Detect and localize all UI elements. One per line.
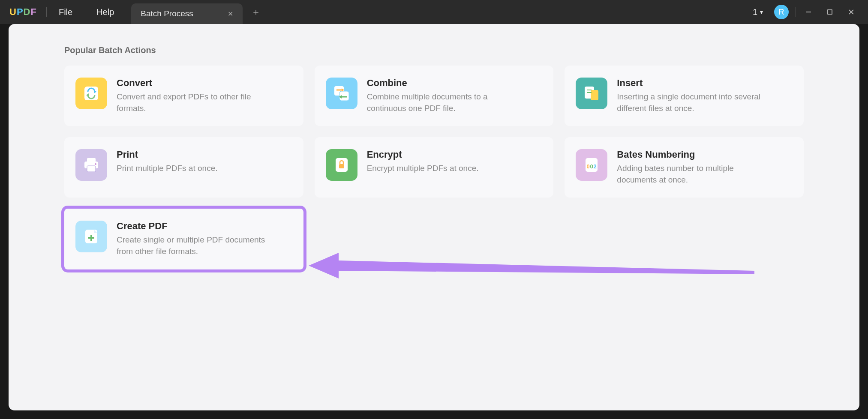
- action-card-create-pdf[interactable]: Create PDFCreate single or multiple PDF …: [64, 209, 303, 269]
- action-card-encrypt[interactable]: EncryptEncrypt multiple PDFs at once.: [315, 137, 554, 198]
- main-content: Popular Batch Actions ConvertConvert and…: [9, 24, 859, 410]
- card-title: Insert: [617, 78, 793, 89]
- menu-bar: File Help: [47, 7, 126, 17]
- avatar[interactable]: R: [774, 5, 789, 19]
- action-card-bates-numbering[interactable]: 002Bates NumberingAdding bates number to…: [565, 137, 804, 198]
- svg-text:0: 0: [590, 163, 593, 170]
- action-card-convert[interactable]: ConvertConvert and export PDFs to other …: [64, 66, 303, 126]
- card-title: Combine: [367, 78, 543, 89]
- bates-icon: 002: [576, 149, 607, 181]
- encrypt-icon: [326, 149, 357, 181]
- card-description: Encrypt multiple PDFs at once.: [367, 163, 526, 174]
- svg-text:2: 2: [594, 163, 597, 170]
- titlebar: UPDF File Help Batch Process ✕ ＋ 1 ▾ R: [0, 0, 868, 24]
- tab-title: Batch Process: [141, 9, 193, 18]
- svg-text:0: 0: [587, 163, 590, 170]
- card-title: Encrypt: [367, 149, 543, 160]
- insert-icon: [576, 78, 607, 109]
- tab-count-dropdown[interactable]: 1 ▾: [748, 7, 767, 17]
- card-description: Inserting a single document into several…: [617, 91, 775, 114]
- svg-rect-1: [828, 10, 832, 14]
- close-icon[interactable]: ✕: [228, 10, 233, 18]
- actions-grid: ConvertConvert and export PDFs to other …: [64, 66, 804, 269]
- add-tab-button[interactable]: ＋: [243, 6, 269, 18]
- card-description: Print multiple PDFs at once.: [117, 163, 275, 174]
- menu-help[interactable]: Help: [84, 7, 126, 17]
- svg-rect-22: [339, 164, 344, 168]
- convert-icon: [75, 78, 107, 109]
- tab-batch-process[interactable]: Batch Process ✕: [131, 3, 243, 24]
- svg-rect-19: [87, 166, 96, 172]
- card-title: Convert: [117, 78, 292, 89]
- action-card-print[interactable]: PrintPrint multiple PDFs at once.: [64, 137, 303, 198]
- divider: [796, 7, 796, 17]
- card-description: Create single or multiple PDF documents …: [117, 234, 275, 257]
- card-description: Combine multiple documents to a continuo…: [367, 91, 526, 114]
- card-title: Bates Numbering: [617, 149, 793, 160]
- action-card-insert[interactable]: InsertInserting a single document into s…: [565, 66, 804, 126]
- card-title: Print: [117, 149, 292, 160]
- menu-file[interactable]: File: [47, 7, 84, 17]
- card-description: Adding bates number to multiple document…: [617, 163, 775, 186]
- app-logo: UPDF: [0, 6, 46, 18]
- action-card-combine[interactable]: CombineCombine multiple documents to a c…: [315, 66, 554, 126]
- print-icon: [75, 149, 107, 181]
- tab-count-label: 1: [753, 7, 757, 17]
- create-pdf-icon: [75, 221, 107, 252]
- card-title: Create PDF: [117, 221, 292, 232]
- maximize-button[interactable]: [821, 5, 839, 19]
- chevron-down-icon: ▾: [760, 9, 763, 15]
- section-title: Popular Batch Actions: [64, 45, 804, 55]
- minimize-button[interactable]: [799, 5, 817, 19]
- close-button[interactable]: [842, 5, 860, 19]
- combine-icon: [326, 78, 357, 109]
- svg-rect-14: [591, 90, 598, 100]
- card-description: Convert and export PDFs to other file fo…: [117, 91, 275, 114]
- svg-point-20: [95, 163, 96, 165]
